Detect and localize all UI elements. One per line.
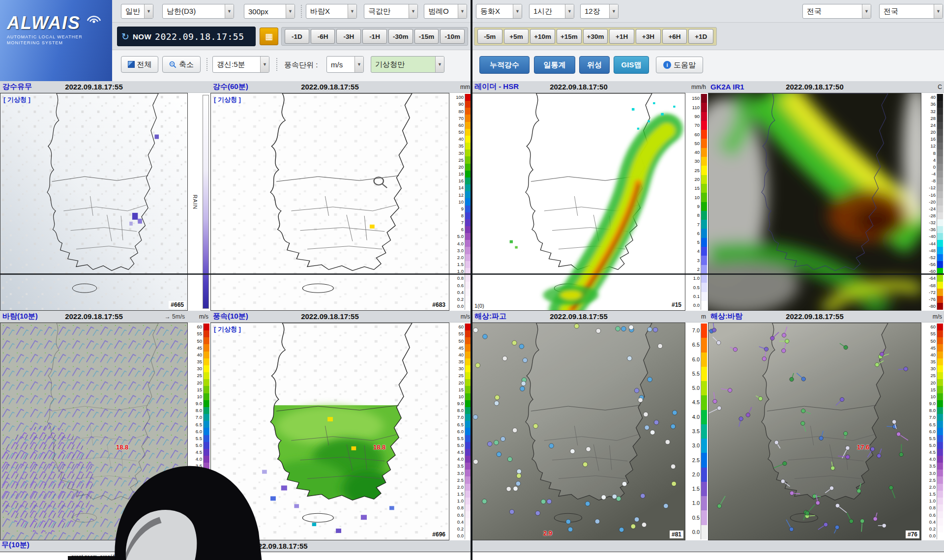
- panel-radar-hsr: 레이더 - HSR 2022.09.18.17:50 mm/h: [472, 81, 708, 311]
- time-step-button[interactable]: +30m: [583, 29, 608, 44]
- select-data-source[interactable]: 기상청만▼: [371, 56, 444, 73]
- time-step-button[interactable]: +5m: [504, 29, 529, 44]
- chevron-down-icon: ▼: [354, 57, 363, 72]
- time-step-button[interactable]: -30m: [388, 29, 413, 44]
- now-datetime-box: ↻ NOW 2022.09.18.17:55: [117, 27, 256, 46]
- map-sea-wind[interactable]: 17.6 #76: [708, 323, 921, 540]
- accumulated-rain-button[interactable]: 누적강수: [479, 56, 530, 74]
- time-step-button[interactable]: -10m: [440, 29, 465, 44]
- scale-bar: [203, 95, 209, 309]
- panel-datetime: 2022.09.18.17:55: [0, 312, 188, 321]
- help-button[interactable]: i도움말: [656, 57, 703, 73]
- time-step-forward-group: -5m +5m +10m +15m +30m +1H +3H +6H +1D: [474, 27, 717, 46]
- color-scale-wind: 60555045403530252015109.08.07.06.56.05.5…: [449, 323, 472, 540]
- station-counter: #683: [430, 301, 447, 309]
- time-step-button[interactable]: +6H: [662, 29, 687, 44]
- panel-header: 풍속(10분) 2022.09.18.17:55 m/s: [210, 311, 472, 323]
- map-radar-hsr[interactable]: 1(0) #15: [472, 93, 685, 311]
- panel-header: 강수유무 2022.09.18.17:55: [0, 81, 210, 93]
- color-scale-ir: 4036322824201612840-4-8-12-16-20-24-28-3…: [921, 93, 944, 311]
- agency-label: [ 기상청 ]: [3, 95, 30, 104]
- time-step-button[interactable]: +1H: [609, 29, 634, 44]
- refresh-icon[interactable]: ↻: [121, 32, 129, 41]
- toolbar-row-time: ↻ NOW 2022.09.18.17:55 ▦ -1D -6H -3H -1H…: [112, 23, 944, 50]
- monitor-bezel-horizontal: [0, 273, 944, 275]
- daily-stats-button[interactable]: 일통계: [534, 56, 575, 74]
- max-value-label: 2.9: [543, 530, 552, 537]
- now-button[interactable]: NOW: [133, 32, 151, 41]
- color-scale-wind: 60555045403530252015109.08.07.06.56.05.5…: [921, 323, 944, 540]
- time-step-button[interactable]: +3H: [636, 29, 661, 44]
- panel-satellite-ir: GK2A IR1 2022.09.18.17:50 C: [708, 81, 944, 311]
- select-image-size[interactable]: 300px▼: [244, 4, 295, 19]
- select-animation[interactable]: 동화X▼: [476, 4, 522, 19]
- panel-datetime: 2022.09.18.17:55: [472, 312, 685, 321]
- panel-header: 바람(10분) 2022.09.18.17:55 → 5m/s m/s: [0, 311, 210, 323]
- panel-datetime: 2022.09.18.17:55: [708, 312, 921, 321]
- select-wind-overlay[interactable]: 바람X▼: [306, 4, 357, 19]
- panel-title: 무(10분): [1, 540, 30, 550]
- chevron-down-icon: ▼: [513, 4, 522, 18]
- divider: [301, 5, 302, 18]
- divider: [276, 58, 277, 71]
- calendar-icon: ▦: [265, 32, 273, 41]
- select-refresh-interval[interactable]: 갱신:5분▼: [212, 56, 269, 73]
- full-view-icon: [128, 61, 135, 68]
- select-region-1[interactable]: 전국▼: [802, 4, 871, 19]
- max-value-label: 18.8: [116, 443, 128, 451]
- panel-unit: mm: [460, 84, 470, 90]
- time-step-button[interactable]: -5m: [477, 29, 502, 44]
- person-silhouette: [111, 456, 263, 560]
- time-step-button[interactable]: -3H: [336, 29, 361, 44]
- map-satellite-ir[interactable]: [708, 93, 921, 311]
- time-step-button[interactable]: +15m: [557, 29, 582, 44]
- map-sea-wave-height[interactable]: 2.9 #81: [472, 323, 685, 540]
- time-step-button[interactable]: -1D: [285, 29, 309, 44]
- select-legend[interactable]: 범례O▼: [424, 4, 467, 19]
- logo-subtitle: AUTOMATIC LOCAL WEATHER: [7, 34, 107, 39]
- station-counter: #696: [430, 531, 447, 538]
- select-frame-count[interactable]: 12장▼: [580, 4, 619, 19]
- select-extremes[interactable]: 극값만▼: [364, 4, 418, 19]
- select-region-2[interactable]: 전국▼: [879, 4, 943, 19]
- radar-corner-label: 1(0): [474, 303, 484, 309]
- chevron-down-icon: ▼: [565, 4, 574, 18]
- toolbar-row-actions: 전체 축소 갱신:5분▼ 풍속단위 : m/s▼ 기상청만▼ 누적강수 일통계 …: [112, 50, 944, 81]
- time-step-button[interactable]: -15m: [414, 29, 439, 44]
- map-precip-60min[interactable]: [ 기상청 ] #683: [210, 93, 449, 311]
- satellite-button[interactable]: 위성: [579, 56, 610, 74]
- time-step-button[interactable]: -6H: [311, 29, 335, 44]
- station-counter: #15: [670, 301, 683, 309]
- gis-map-button[interactable]: GIS맵: [614, 56, 649, 74]
- chevron-down-icon: ▼: [348, 4, 356, 18]
- select-view-mode[interactable]: 일반▼: [121, 4, 153, 19]
- buoy-dots-layer: [472, 323, 685, 540]
- chevron-down-icon: ▼: [862, 4, 871, 18]
- color-scale-rain: RAIN: [188, 93, 210, 311]
- full-view-button[interactable]: 전체: [121, 56, 158, 73]
- station-counter: #81: [670, 531, 683, 538]
- panel-rain-presence: 강수유무 2022.09.18.17:55 [ 기상청 ] #665: [0, 81, 210, 311]
- wind-vector-legend: → 5m/s: [165, 313, 185, 320]
- magnifier-icon: [169, 61, 177, 68]
- datetime-field[interactable]: 2022.09.18.17:55: [155, 31, 244, 42]
- panel-unit: m/s: [199, 313, 208, 320]
- time-step-button[interactable]: +10m: [530, 29, 555, 44]
- panel-sea-wave-height: 해상:파고 2022.09.18.17:55 m 2.9 #81 7.06.56…: [472, 311, 708, 540]
- map-rain-presence[interactable]: [ 기상청 ] #665: [0, 93, 188, 311]
- select-interval[interactable]: 1시간▼: [529, 4, 574, 19]
- select-area[interactable]: 남한(D3)▼: [162, 4, 234, 19]
- wind-unit-label: 풍속단위 :: [284, 60, 318, 70]
- panel-datetime: 2022.09.18.17:55: [210, 312, 449, 321]
- zoom-out-button[interactable]: 축소: [162, 56, 201, 73]
- divider: [206, 58, 207, 71]
- panel-header: 강수(60분) 2022.09.18.17:55 mm: [210, 81, 472, 93]
- chevron-down-icon: ▼: [609, 4, 618, 18]
- panel-header: 레이더 - HSR 2022.09.18.17:50 mm/h: [472, 81, 708, 93]
- max-value-label: 17.6: [857, 443, 869, 451]
- time-step-button[interactable]: +1D: [688, 29, 713, 44]
- select-wind-unit[interactable]: m/s▼: [326, 56, 364, 73]
- calendar-button[interactable]: ▦: [260, 28, 278, 45]
- panel-header: GK2A IR1 2022.09.18.17:50 C: [708, 81, 944, 93]
- time-step-button[interactable]: -1H: [362, 29, 387, 44]
